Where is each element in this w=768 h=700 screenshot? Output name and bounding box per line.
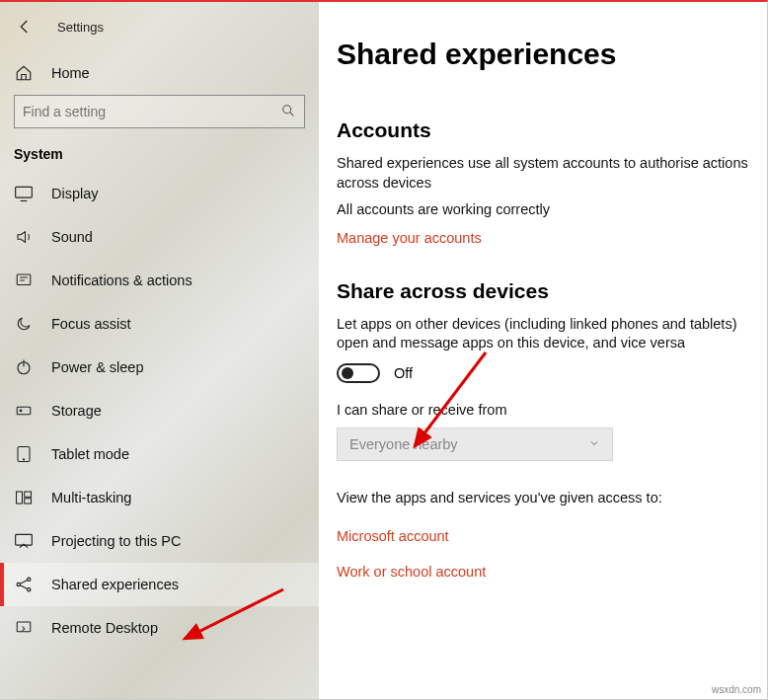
svg-point-12 [17, 583, 20, 585]
sidebar-item-storage[interactable]: Storage [0, 389, 319, 432]
nav-label: Notifications & actions [51, 272, 192, 288]
share-heading: Share across devices [337, 279, 753, 303]
sidebar-item-display[interactable]: Display [0, 172, 319, 215]
sidebar: Settings Home System Display [0, 2, 319, 699]
accounts-section: Accounts Shared experiences use all syst… [337, 118, 753, 250]
share-toggle-row: Off [337, 363, 753, 383]
svg-rect-10 [25, 499, 32, 504]
sidebar-nav: Display Sound Notifications & actions Fo… [0, 172, 319, 650]
remote-icon [14, 618, 34, 638]
back-button[interactable] [4, 12, 45, 41]
sidebar-item-power-sleep[interactable]: Power & sleep [0, 346, 319, 389]
receive-from-select[interactable]: Everyone nearby [337, 428, 613, 461]
svg-rect-1 [16, 187, 33, 197]
page-heading: Shared experiences [337, 38, 753, 71]
svg-rect-2 [17, 274, 31, 285]
svg-point-13 [28, 578, 31, 581]
sidebar-item-projecting[interactable]: Projecting to this PC [0, 519, 319, 563]
nav-label: Focus assist [51, 316, 131, 332]
nav-label: Projecting to this PC [51, 533, 181, 549]
home-label: Home [51, 65, 90, 81]
home-icon [14, 63, 34, 83]
sidebar-home[interactable]: Home [0, 49, 319, 95]
svg-point-5 [20, 410, 22, 412]
svg-rect-4 [17, 407, 31, 415]
receive-label: I can share or receive from [337, 401, 753, 421]
accounts-heading: Accounts [337, 118, 753, 142]
svg-rect-9 [25, 492, 32, 497]
nav-label: Multi-tasking [51, 490, 131, 506]
nav-label: Shared experiences [51, 577, 179, 592]
sidebar-item-remote-desktop[interactable]: Remote Desktop [0, 606, 319, 650]
manage-accounts-link[interactable]: Manage your accounts [337, 230, 482, 246]
main-content: Shared experiences Accounts Shared exper… [319, 2, 767, 699]
share-toggle-state: Off [394, 365, 413, 381]
sidebar-section-label: System [0, 142, 319, 172]
accounts-desc: Shared experiences use all system accoun… [337, 154, 753, 193]
sidebar-item-multitasking[interactable]: Multi-tasking [0, 476, 319, 519]
sidebar-item-focus-assist[interactable]: Focus assist [0, 302, 319, 346]
toggle-knob [342, 367, 353, 379]
search-input[interactable] [23, 104, 280, 119]
notifications-icon [14, 271, 34, 290]
back-arrow-icon [15, 17, 35, 37]
sidebar-item-sound[interactable]: Sound [0, 215, 319, 259]
nav-label: Tablet mode [51, 446, 129, 462]
share-icon [14, 575, 34, 594]
multitask-icon [14, 488, 34, 507]
chevron-down-icon [588, 436, 600, 452]
share-section: Share across devices Let apps on other d… [337, 279, 753, 583]
nav-label: Sound [51, 229, 93, 245]
project-icon [14, 531, 34, 551]
sidebar-item-tablet-mode[interactable]: Tablet mode [0, 432, 319, 476]
sidebar-item-shared-experiences[interactable]: Shared experiences [0, 563, 319, 606]
sound-icon [14, 227, 34, 247]
svg-point-7 [23, 459, 24, 460]
power-icon [14, 357, 34, 377]
svg-point-14 [28, 588, 31, 591]
svg-rect-8 [17, 492, 23, 504]
moon-icon [14, 314, 34, 334]
nav-label: Power & sleep [51, 359, 144, 375]
titlebar: Settings [0, 2, 319, 49]
svg-rect-11 [16, 534, 33, 545]
nav-label: Remote Desktop [51, 620, 158, 636]
svg-rect-15 [17, 622, 31, 632]
svg-point-0 [283, 105, 291, 113]
search-field[interactable] [14, 95, 305, 128]
nav-label: Storage [51, 403, 102, 419]
display-icon [14, 184, 34, 203]
accounts-status: All accounts are working correctly [337, 200, 753, 220]
share-toggle[interactable] [337, 363, 380, 383]
tablet-icon [14, 444, 34, 464]
nav-label: Display [51, 186, 99, 201]
watermark: wsxdn.com [712, 684, 761, 695]
storage-icon [14, 401, 34, 421]
work-school-account-link[interactable]: Work or school account [337, 564, 486, 580]
microsoft-account-link[interactable]: Microsoft account [337, 528, 449, 544]
sidebar-item-notifications[interactable]: Notifications & actions [0, 259, 319, 302]
share-desc: Let apps on other devices (including lin… [337, 315, 753, 353]
app-title: Settings [57, 20, 104, 35]
access-label: View the apps and services you've given … [337, 489, 753, 508]
receive-from-value: Everyone nearby [349, 436, 458, 452]
search-icon [280, 103, 296, 121]
